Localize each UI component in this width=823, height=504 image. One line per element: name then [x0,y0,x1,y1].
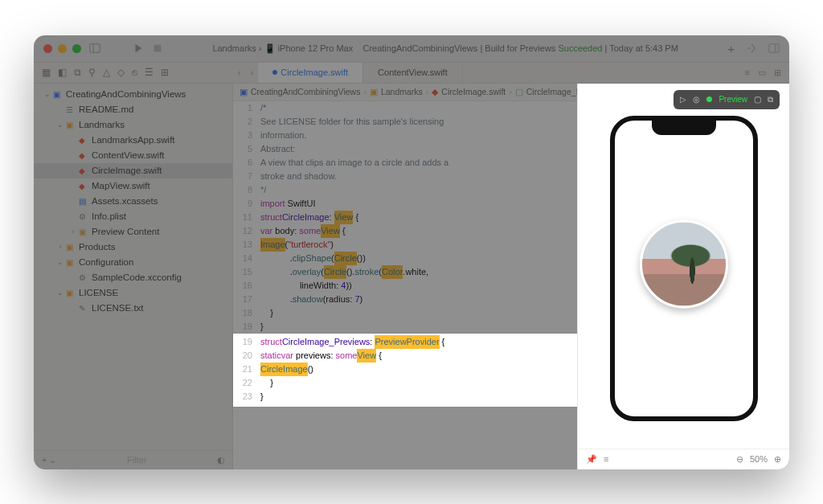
zoom-icon[interactable] [72,44,81,53]
device-icon[interactable]: ▢ [754,95,761,104]
navigator-selector[interactable]: ▦ ◧ ⧉ ⚲ △ ◇ ⎋ ☰ ⊞ [34,63,233,83]
file-products[interactable]: ›▣Products [34,240,232,255]
highlighted-code[interactable]: 19struct CircleImage_Previews: PreviewPr… [233,334,577,407]
source-nav-icon[interactable]: ◧ [58,67,67,78]
zoom-in-icon[interactable]: ⊕ [774,454,781,465]
circle-image-preview [640,219,728,308]
file-landmarksapp-swift[interactable]: ◆LandmarksApp.swift [34,133,232,148]
file-landmarks[interactable]: ⌄▣Landmarks [34,117,232,133]
title-status: Landmarks › 📱 iPhone 12 Pro Max Creating… [171,43,719,54]
library-icon[interactable] [746,43,757,54]
scm-filter-icon[interactable]: ◐ [217,455,225,465]
zoom-level[interactable]: 50% [750,454,768,464]
file-assets-xcassets[interactable]: ▤Assets.xcassets [34,194,232,209]
history-fwd-icon[interactable]: › [246,63,259,83]
tab-circleimage[interactable]: CircleImage.swift [258,63,363,83]
panel-right-icon[interactable] [768,43,780,54]
device-preview[interactable] [610,116,758,421]
titlebar: Landmarks › 📱 iPhone 12 Pro Max Creating… [34,35,789,63]
inspect-icon[interactable]: ◎ [693,95,700,104]
minimize-icon[interactable] [58,44,67,53]
tab-contentview[interactable]: ContentView.swift [363,63,463,83]
issue-nav-icon[interactable]: △ [103,67,110,78]
file-samplecode-xcconfig[interactable]: ⚙SampleCode.xcconfig [34,270,232,285]
status-dot-icon [706,96,712,102]
file-contentview-swift[interactable]: ◆ContentView.swift [34,148,232,163]
proj-icon: ▣ [240,87,248,96]
preview-canvas: ▷ ◎ Preview ▢ ⧉ 📌 ≡ ⊖ 50% ⊕ [577,84,789,469]
tab-bar: ▦ ◧ ⧉ ⚲ △ ◇ ⎋ ☰ ⊞ ‹ › CircleImage.swift … [34,63,789,84]
split-icon[interactable]: ⊞ [774,68,781,78]
file-license-txt[interactable]: ✎LICENSE.txt [34,301,232,316]
duplicate-icon[interactable]: ⧉ [768,95,773,104]
project-navigator[interactable]: ⌄▣CreatingAndCombiningViews☰README.md⌄▣L… [34,84,233,469]
stop-icon[interactable] [152,43,163,54]
assistant-icon[interactable]: ▭ [758,68,766,78]
file-preview-content[interactable]: ›▣Preview Content [34,224,232,240]
history-back-icon[interactable]: ‹ [233,63,246,83]
debug-nav-icon[interactable]: ⎋ [132,67,137,78]
close-icon[interactable] [43,44,52,53]
symbol-nav-icon[interactable]: ⧉ [74,67,81,78]
editor-opts-icon[interactable]: ≡ [745,68,750,77]
file-info-plist[interactable]: ⚙Info.plist [34,209,232,224]
symbol-icon: ▢ [515,87,523,96]
navigator-filter-bar: + ⌄ Filter ◐ [34,450,233,469]
run-icon[interactable] [133,43,144,54]
svg-rect-0 [90,44,100,53]
preview-footer: 📌 ≡ ⊖ 50% ⊕ [578,449,789,469]
file-creatingandcombiningviews[interactable]: ⌄▣CreatingAndCombiningViews [34,87,232,102]
file-readme-md[interactable]: ☰README.md [34,102,232,117]
editor-area: ▣CreatingAndCombiningViews › ▣Landmarks … [233,84,577,469]
list-icon[interactable]: ≡ [604,454,608,464]
sidebar-toggle-icon[interactable] [89,43,100,54]
modified-dot-icon [272,70,277,75]
live-icon[interactable]: ▷ [680,95,686,104]
file-license[interactable]: ⌄▣LICENSE [34,285,232,301]
preview-label: Preview [719,95,747,104]
preview-toolbar[interactable]: ▷ ◎ Preview ▢ ⧉ [674,90,780,109]
xcode-window: Landmarks › 📱 iPhone 12 Pro Max Creating… [34,35,789,469]
folder-icon: ▣ [370,87,378,96]
svg-rect-2 [154,45,162,52]
project-nav-icon[interactable]: ▦ [42,67,51,78]
bp-nav-icon[interactable]: ☰ [145,67,154,78]
add-icon[interactable]: + [727,42,735,55]
filter-field[interactable]: Filter [56,455,217,465]
test-nav-icon[interactable]: ◇ [117,67,125,78]
add-menu-icon[interactable]: + ⌄ [42,455,56,465]
file-mapview-swift[interactable]: ◆MapView.swift [34,178,232,194]
file-circleimage-swift[interactable]: ◆CircleImage.swift [34,163,232,178]
file-configuration[interactable]: ⌄▣Configuration [34,255,232,270]
swift-icon: ◆ [432,87,438,96]
svg-rect-3 [769,44,779,53]
zoom-out-icon[interactable]: ⊖ [736,454,743,465]
code-editor[interactable]: 1/*2See LICENSE folder for this sample's… [233,101,577,469]
pin-icon[interactable]: 📌 [586,454,597,465]
jump-bar[interactable]: ▣CreatingAndCombiningViews › ▣Landmarks … [233,84,577,101]
traffic-lights[interactable] [43,44,81,53]
find-nav-icon[interactable]: ⚲ [88,67,96,78]
notch [652,121,716,135]
report-nav-icon[interactable]: ⊞ [161,67,169,78]
